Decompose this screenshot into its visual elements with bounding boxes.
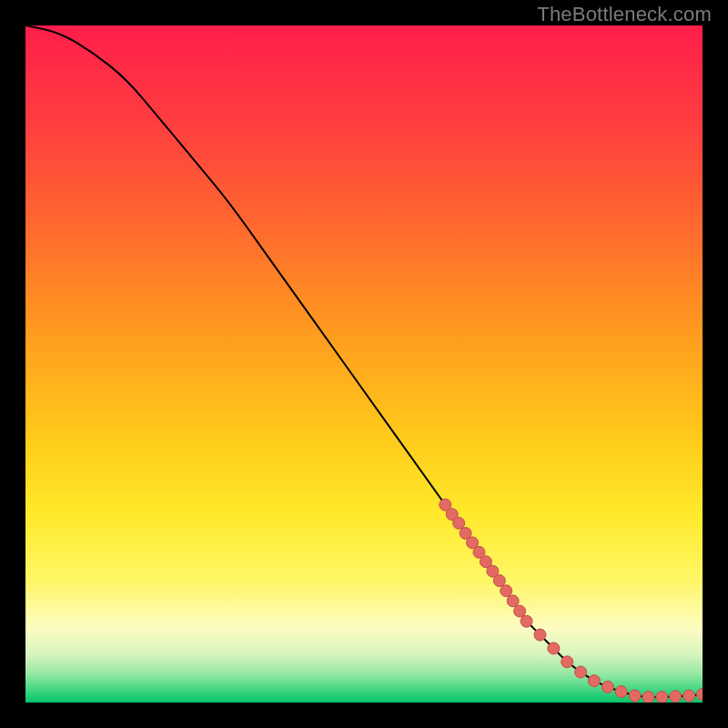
watermark-text: TheBottleneck.com: [537, 3, 712, 26]
highlight-point: [629, 690, 641, 702]
highlight-point: [642, 692, 654, 703]
chart-frame: TheBottleneck.com: [0, 0, 728, 728]
highlight-point: [602, 681, 613, 693]
chart-svg: [25, 25, 703, 703]
gradient-background: [25, 25, 703, 703]
highlight-point: [615, 686, 627, 698]
highlight-point: [500, 585, 512, 597]
highlight-point: [561, 656, 573, 668]
highlight-point: [575, 666, 587, 678]
highlight-point: [588, 675, 600, 687]
highlight-point: [534, 629, 546, 641]
highlight-point: [548, 642, 560, 654]
highlight-point: [670, 691, 682, 703]
highlight-point: [453, 517, 465, 529]
highlight-point: [683, 690, 695, 702]
highlight-point: [656, 692, 668, 703]
highlight-point: [521, 615, 532, 627]
highlight-point: [507, 595, 519, 607]
plot-area: [25, 25, 703, 703]
highlight-point: [493, 575, 505, 587]
highlight-point: [514, 605, 526, 617]
